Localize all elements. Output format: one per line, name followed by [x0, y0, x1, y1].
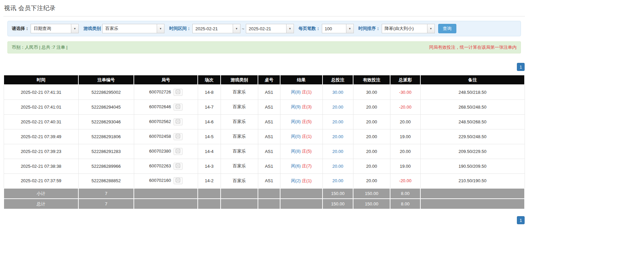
- payout-value: 20.00: [400, 119, 411, 124]
- footer-empty-cell: [420, 188, 525, 199]
- cell-table-no: AS1: [258, 144, 280, 159]
- cell-time: 2025-02-21 07:39:49: [4, 129, 78, 144]
- chevron-down-icon[interactable]: ▼: [286, 24, 294, 33]
- subtotal-payout: 8.00: [390, 188, 420, 199]
- summary-bar: 币别：人民币 | 总共 :7 注单 | 同局有效投注，统一计算在该局第一张注单内: [7, 41, 521, 53]
- cell-time: 2025-02-21 07:41:01: [4, 100, 78, 114]
- round-result-button[interactable]: [174, 133, 183, 140]
- total-bet-link[interactable]: 20.00: [332, 149, 343, 154]
- chevron-down-icon[interactable]: ▼: [346, 24, 353, 33]
- cell-valid-bet: 20.00: [353, 159, 390, 173]
- cell-bet-id: 522286293046: [78, 114, 134, 129]
- pagination-bottom: 1: [3, 216, 525, 224]
- cell-valid-bet: 20.00: [353, 173, 390, 188]
- game-type-value: 百家乐: [103, 24, 157, 33]
- total-bet-link[interactable]: 30.00: [332, 90, 343, 95]
- total-bet-link[interactable]: 20.00: [332, 119, 343, 124]
- round-result-button[interactable]: [174, 148, 183, 155]
- col-header-total-bet: 总投注: [323, 75, 353, 85]
- chevron-down-icon[interactable]: ▼: [233, 24, 240, 33]
- cell-total-bet: 30.00: [323, 85, 353, 100]
- page-header: 视讯 会员下注纪录: [3, 3, 525, 16]
- cell-time: 2025-02-21 07:38:38: [4, 159, 78, 173]
- cell-round-id: 600702380: [134, 144, 198, 159]
- cell-table-no: AS1: [258, 159, 280, 173]
- dice-icon: [176, 104, 180, 110]
- round-id-text: 600702380: [149, 148, 171, 153]
- round-result-button[interactable]: [174, 177, 183, 184]
- result-player: 闲(8): [291, 119, 301, 124]
- payout-value: -20.00: [399, 178, 412, 183]
- result-banker: 庄(3): [302, 104, 312, 109]
- total-bet-link[interactable]: 20.00: [332, 105, 343, 110]
- page-size-value: 100: [322, 24, 346, 33]
- cell-session: 14-5: [198, 129, 221, 144]
- round-result-button[interactable]: [174, 118, 183, 125]
- result-player: 闲(8): [291, 89, 301, 94]
- sort-order-value: 降幂(由大到小): [382, 24, 427, 33]
- result-player: 闲(6): [291, 163, 301, 168]
- date-to-select[interactable]: 2025-02-21 ▼: [246, 24, 294, 33]
- footer-empty-cell: [258, 199, 280, 209]
- cell-round-id: 600702458: [134, 129, 198, 144]
- round-id-text: 600702562: [149, 119, 171, 124]
- cell-note: 248.50/268.50: [420, 114, 525, 129]
- result-banker: 庄(1): [302, 178, 312, 183]
- cell-payout: -20.00: [390, 173, 420, 188]
- cell-bet-id: 522286294045: [78, 100, 134, 114]
- sort-order-select[interactable]: 降幂(由大到小) ▼: [382, 24, 435, 33]
- page-button-1[interactable]: 1: [517, 63, 525, 71]
- cell-game-type: 百家乐: [221, 85, 258, 100]
- game-type-label: 游戏类别: [83, 26, 101, 32]
- cell-note: 229.50/248.50: [420, 129, 525, 144]
- cell-note: 268.50/248.50: [420, 100, 525, 114]
- cell-result: 闲(8) 庄(1): [280, 85, 323, 100]
- result-player: 闲(8): [291, 149, 301, 154]
- total-bet-link[interactable]: 20.00: [332, 134, 343, 139]
- total-bet-link[interactable]: 20.00: [332, 178, 343, 183]
- result-player: 闲(2): [291, 178, 301, 183]
- main-content: 视讯 会员下注纪录 请选择： 日期查询 ▼ 游戏类别 百家乐 ▼ 时间区间： 2…: [3, 0, 525, 224]
- currency-summary-text: 币别：人民币 | 总共 :7 注单 |: [12, 44, 68, 50]
- footer-empty-cell: [198, 199, 221, 209]
- col-header-round-id: 局号: [134, 75, 198, 85]
- dice-icon: [176, 149, 180, 154]
- result-banker: 庄(7): [302, 163, 312, 168]
- page-size-label: 每页笔数：: [299, 26, 320, 32]
- total-bet-link[interactable]: 20.00: [332, 164, 343, 169]
- dice-icon: [176, 163, 180, 169]
- cell-table-no: AS1: [258, 100, 280, 114]
- cell-game-type: 百家乐: [221, 144, 258, 159]
- result-banker: 庄(1): [302, 134, 312, 139]
- sort-order-label: 时间排序：: [358, 26, 380, 32]
- cell-total-bet: 20.00: [323, 173, 353, 188]
- chevron-down-icon[interactable]: ▼: [71, 24, 78, 33]
- query-button[interactable]: 查询: [438, 24, 456, 33]
- cell-table-no: AS1: [258, 173, 280, 188]
- cell-table-no: AS1: [258, 114, 280, 129]
- cell-session: 14-8: [198, 85, 221, 100]
- cell-result: 闲(0) 庄(1): [280, 129, 323, 144]
- date-from-select[interactable]: 2025-02-21 ▼: [192, 24, 240, 33]
- cell-session: 14-4: [198, 144, 221, 159]
- cell-payout: 19.00: [390, 159, 420, 173]
- col-header-bet-id: 注单编号: [78, 75, 134, 85]
- cell-bet-id: 522286291806: [78, 129, 134, 144]
- game-type-select[interactable]: 百家乐 ▼: [102, 24, 164, 33]
- round-result-button[interactable]: [174, 89, 183, 96]
- cell-time: 2025-02-21 07:39:23: [4, 144, 78, 159]
- table-row: 2025-02-21 07:40:31522286293046600702562…: [4, 114, 525, 129]
- table-footer: 小计 7 150.00 150.00 8.00 总计 7 15: [4, 188, 525, 209]
- chevron-down-icon[interactable]: ▼: [157, 24, 164, 33]
- round-result-button[interactable]: [174, 104, 183, 111]
- chevron-down-icon[interactable]: ▼: [427, 24, 434, 33]
- page-size-select[interactable]: 100 ▼: [322, 24, 354, 33]
- result-banker: 庄(1): [302, 89, 312, 94]
- page-button-1[interactable]: 1: [517, 216, 525, 224]
- cell-total-bet: 20.00: [323, 100, 353, 114]
- date-from-value: 2025-02-21: [193, 24, 233, 33]
- query-type-select[interactable]: 日期查询 ▼: [31, 24, 79, 33]
- cell-valid-bet: 30.00: [353, 85, 390, 100]
- round-result-button[interactable]: [174, 163, 183, 170]
- total-count: 7: [78, 199, 134, 209]
